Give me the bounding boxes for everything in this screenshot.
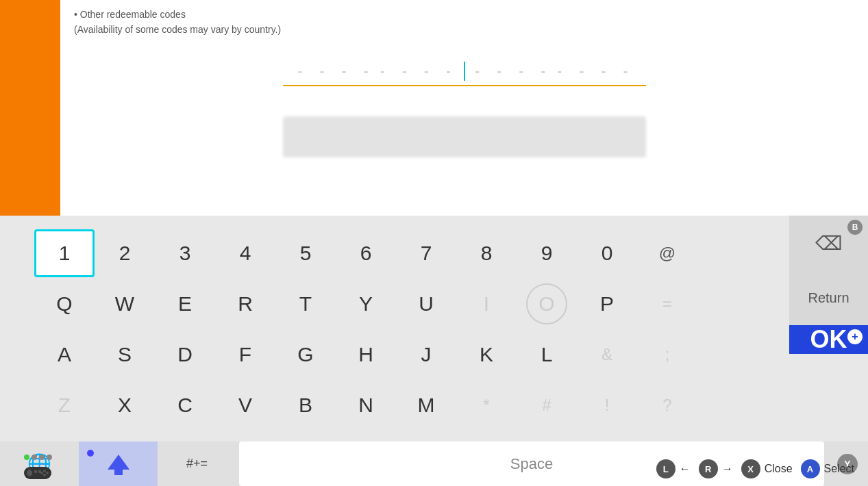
key-r[interactable]: R xyxy=(215,280,275,328)
plus-badge: + xyxy=(847,329,863,344)
code-seg-3: - - - - xyxy=(473,63,550,79)
info-line2: (Availability of some codes may vary by … xyxy=(74,22,854,37)
gamepad-icon xyxy=(14,452,62,486)
dot-2 xyxy=(32,455,37,460)
select-label: Select xyxy=(824,463,854,475)
code-seg-2: - - - - xyxy=(378,63,455,79)
key-row-3: A S D F G H J K L & ; xyxy=(34,331,834,379)
key-n[interactable]: N xyxy=(336,381,396,429)
key-s[interactable]: S xyxy=(95,331,155,379)
key-q[interactable]: Q xyxy=(34,280,95,328)
key-t[interactable]: T xyxy=(275,280,336,328)
key-i[interactable]: I xyxy=(456,280,517,328)
key-o[interactable]: O xyxy=(526,283,567,324)
key-k[interactable]: K xyxy=(456,331,517,379)
svg-rect-9 xyxy=(38,470,41,473)
key-y[interactable]: Y xyxy=(336,280,396,328)
keyboard-rows: 1 2 3 4 5 6 7 8 9 0 @ Q W E R T Y U I O … xyxy=(0,222,868,432)
nav-r-right: R → xyxy=(699,459,733,478)
key-excl[interactable]: ! xyxy=(577,381,637,429)
key-g[interactable]: G xyxy=(275,331,336,379)
svg-point-5 xyxy=(46,472,49,474)
key-quest[interactable]: ? xyxy=(637,381,697,429)
key-c[interactable]: C xyxy=(155,381,215,429)
r-label: R xyxy=(705,464,711,474)
return-button[interactable]: Return xyxy=(789,270,868,325)
l-button: L xyxy=(656,459,675,478)
svg-point-7 xyxy=(43,474,46,476)
l-label: L xyxy=(663,464,669,474)
key-e[interactable]: E xyxy=(155,280,215,328)
r-button: R xyxy=(699,459,718,478)
key-p[interactable]: P xyxy=(577,280,637,328)
key-u[interactable]: U xyxy=(396,280,456,328)
x-button: X xyxy=(741,459,760,478)
ok-label: OK xyxy=(810,325,847,354)
key-3[interactable]: 3 xyxy=(155,229,215,277)
gamepad-dots xyxy=(24,455,52,460)
nav-buttons: L ← R → X Close A Select xyxy=(656,459,854,478)
right-panel: B ⌫ Return + OK xyxy=(789,216,868,354)
key-h[interactable]: H xyxy=(336,331,396,379)
key-0[interactable]: 0 xyxy=(577,229,637,277)
code-seg-4: - - - - xyxy=(556,63,632,79)
code-seg-1: - - - - xyxy=(296,63,373,79)
key-x[interactable]: X xyxy=(95,381,155,429)
key-w[interactable]: W xyxy=(95,280,155,328)
key-row-4: Z X C V B N M * # ! ? xyxy=(34,381,834,429)
key-j[interactable]: J xyxy=(396,331,456,379)
key-d[interactable]: D xyxy=(155,331,215,379)
key-f[interactable]: F xyxy=(215,331,275,379)
svg-rect-8 xyxy=(34,470,37,473)
key-z[interactable]: Z xyxy=(34,381,95,429)
key-v[interactable]: V xyxy=(215,381,275,429)
x-label: X xyxy=(747,464,754,474)
a-label: A xyxy=(807,464,813,474)
key-m[interactable]: M xyxy=(396,381,456,429)
keyboard-area: 1 2 3 4 5 6 7 8 9 0 @ Q W E R T Y U I O … xyxy=(0,216,868,486)
key-2[interactable]: 2 xyxy=(95,229,155,277)
key-row-2: Q W E R T Y U I O P = xyxy=(34,280,834,328)
key-8[interactable]: 8 xyxy=(456,229,517,277)
key-6[interactable]: 6 xyxy=(336,229,396,277)
nav-x-close[interactable]: X Close xyxy=(741,459,793,478)
backspace-button[interactable]: B ⌫ xyxy=(789,216,868,270)
a-button: A xyxy=(801,459,820,478)
dot-4 xyxy=(47,455,52,460)
right-arrow: → xyxy=(722,463,733,475)
nav-l-left: L ← xyxy=(656,459,691,478)
nav-a-select[interactable]: A Select xyxy=(801,459,854,478)
close-label: Close xyxy=(765,463,793,475)
dot-1 xyxy=(24,455,29,460)
key-hash[interactable]: # xyxy=(517,381,577,429)
code-cursor xyxy=(464,62,465,81)
key-l[interactable]: L xyxy=(517,331,577,379)
blurred-area xyxy=(283,116,646,157)
key-ast[interactable]: * xyxy=(456,381,517,429)
return-label: Return xyxy=(808,290,849,306)
key-7[interactable]: 7 xyxy=(396,229,456,277)
gamepad-svg xyxy=(21,461,54,483)
orange-sidebar xyxy=(0,0,60,216)
key-5[interactable]: 5 xyxy=(275,229,336,277)
bottom-nav-bar: L ← R → X Close A Select xyxy=(0,452,868,486)
dot-3 xyxy=(39,455,45,460)
b-badge: B xyxy=(847,220,863,235)
code-segments: - - - - - - - - - - - - - - - - xyxy=(296,62,632,81)
key-4[interactable]: 4 xyxy=(215,229,275,277)
key-b[interactable]: B xyxy=(275,381,336,429)
code-input-area: - - - - - - - - - - - - - - - - xyxy=(283,62,646,86)
info-line1: • Other redeemable codes xyxy=(74,7,854,22)
key-semi[interactable]: ; xyxy=(637,331,697,379)
svg-rect-3 xyxy=(27,471,32,475)
key-eq[interactable]: = xyxy=(637,280,697,328)
key-row-1: 1 2 3 4 5 6 7 8 9 0 @ xyxy=(34,229,834,277)
key-1[interactable]: 1 xyxy=(34,229,95,277)
key-9[interactable]: 9 xyxy=(517,229,577,277)
key-amp[interactable]: & xyxy=(577,331,637,379)
backspace-icon: ⌫ xyxy=(815,232,843,255)
key-a[interactable]: A xyxy=(34,331,95,379)
key-at[interactable]: @ xyxy=(637,229,697,277)
svg-point-4 xyxy=(43,470,46,472)
ok-button[interactable]: + OK xyxy=(789,325,868,354)
